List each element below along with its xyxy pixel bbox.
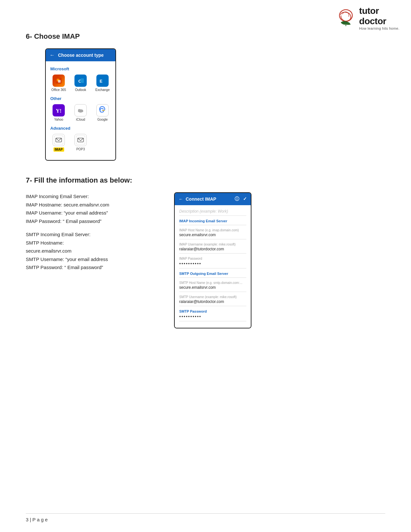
step7-heading: 7- Fill the information as below: — [26, 176, 385, 185]
imap-password-label: IMAP Password — [179, 257, 246, 260]
connect-title: Connect IMAP — [186, 196, 216, 202]
svg-rect-15 — [78, 110, 83, 112]
smtp-username-field[interactable]: SMTP Username (example: mike.rosoft) ral… — [179, 295, 246, 306]
pop3-icon — [74, 134, 87, 146]
description-field: Description (example: Work) — [179, 209, 246, 216]
svg-text:E: E — [100, 79, 103, 84]
connect-imap-mockup: ← Connect IMAP ⓘ ✓ Description (example:… — [174, 192, 251, 328]
google-label: Google — [97, 118, 108, 121]
smtp-username-label: SMTP Username (example: mike.rosoft) — [179, 295, 246, 299]
imap-line2: IMAP Hostname: secure.emailsrvr.com — [26, 201, 161, 209]
imap-hostname-label: IMAP Host Name (e.g. imap.domain.com) — [179, 228, 246, 232]
imap-line3: IMAP Username: “your email address” — [26, 209, 161, 217]
smtp-line1: SMTP Incoming Email Server: — [26, 230, 161, 239]
step7-instructions: IMAP Incoming Email Server: IMAP Hostnam… — [26, 192, 161, 277]
smtp-instructions: SMTP Incoming Email Server: SMTP Hostnam… — [26, 230, 161, 272]
yahoo-icon: Y! — [53, 104, 65, 116]
phone-header-step6: ← Choose account type — [46, 49, 115, 61]
imap-section-field: IMAP Incoming Email Server — [179, 219, 246, 225]
smtp-hostname-field[interactable]: SMTP Host Name (e.g. smtp.domain.com:...… — [179, 281, 246, 292]
google-item[interactable]: G Google — [94, 104, 111, 121]
smtp-line2: SMTP Hostname: — [26, 239, 161, 247]
advanced-icons: IMAP POP3 — [50, 134, 111, 152]
exchange-label: Exchange — [95, 88, 110, 92]
imap-item[interactable]: IMAP — [50, 134, 67, 152]
smtp-line5: SMTP Password: “ Email password” — [26, 263, 161, 272]
imap-hostname-field[interactable]: IMAP Host Name (e.g. imap.domain.com) se… — [179, 228, 246, 239]
phone-body-step6: Microsoft Office 365 — [46, 61, 115, 160]
imap-username-value: ralaraiar@tutordoctor.com — [179, 247, 246, 251]
phone-mockup-step6: ← Choose account type Microsoft — [45, 48, 116, 161]
pop3-item[interactable]: POP3 — [72, 134, 89, 152]
office365-item[interactable]: Office 365 — [50, 75, 67, 92]
pop3-label: POP3 — [76, 147, 85, 151]
svg-text:Y!: Y! — [56, 108, 62, 114]
smtp-section-field: SMTP Outgoing Email Server — [179, 272, 246, 278]
connect-header: ← Connect IMAP ⓘ ✓ — [175, 193, 251, 205]
smtp-password-value: •••••••••• — [179, 314, 246, 319]
page-number: 3 — [26, 517, 28, 522]
imap-password-field[interactable]: IMAP Password •••••••••• — [179, 257, 246, 268]
yahoo-label: Yahoo — [54, 118, 63, 121]
logo-tagline: How learning hits home. — [359, 26, 399, 31]
header-actions: ⓘ ✓ — [235, 196, 247, 202]
connect-body: Description (example: Work) IMAP Incomin… — [175, 205, 251, 328]
logo-doctor: doctor — [359, 16, 399, 26]
step6-section: 6- Choose IMAP ← Choose account type Mic… — [26, 32, 385, 161]
logo-tutor: tutor — [359, 6, 399, 16]
connect-back-arrow[interactable]: ← — [179, 196, 183, 202]
smtp-hostname-label: SMTP Host Name (e.g. smtp.domain.com:... — [179, 281, 246, 285]
logo-icon — [336, 8, 356, 28]
imap-section-label: IMAP Incoming Email Server — [179, 219, 246, 223]
svg-rect-21 — [76, 136, 85, 145]
svg-rect-3 — [58, 80, 61, 83]
outlook-item[interactable]: O Outlook — [72, 75, 89, 92]
smtp-line4: SMTP Username: “your email address — [26, 255, 161, 264]
imap-username-field[interactable]: IMAP Username (example: mike.rosoft) ral… — [179, 243, 246, 254]
imap-line4: IMAP Password: “ Email password” — [26, 217, 161, 226]
outlook-label: Outlook — [75, 88, 86, 92]
advanced-label: Advanced — [50, 126, 111, 131]
smtp-hostname-value: secure.emailsrvr.com — [179, 285, 246, 290]
smtp-username-value: ralaraiar@tutordoctor.com — [179, 299, 246, 304]
imap-username-label: IMAP Username (example: mike.rosoft) — [179, 243, 246, 246]
exchange-item[interactable]: E Exchange — [94, 75, 111, 92]
description-placeholder: Description (example: Work) — [179, 209, 246, 214]
icloud-icon — [74, 104, 87, 116]
smtp-section-label: SMTP Outgoing Email Server — [179, 272, 246, 276]
other-label: Other — [50, 96, 111, 101]
imap-password-value: •••••••••• — [179, 261, 246, 266]
svg-rect-19 — [54, 136, 63, 145]
smtp-password-field[interactable]: SMTP Password •••••••••• — [179, 309, 246, 321]
smtp-password-label: SMTP Password — [179, 309, 246, 313]
yahoo-item[interactable]: Y! Yahoo — [50, 104, 67, 121]
microsoft-icons: Office 365 O Outlook — [50, 75, 111, 92]
google-icon: G — [96, 104, 109, 116]
check-icon[interactable]: ✓ — [243, 196, 247, 202]
imap-line1: IMAP Incoming Email Server: — [26, 192, 161, 201]
microsoft-label: Microsoft — [50, 66, 111, 71]
imap-hostname-value: secure.emailsrvr.com — [179, 233, 246, 237]
step7-container: IMAP Incoming Email Server: IMAP Hostnam… — [26, 192, 385, 328]
smtp-line3: secure.emailsrvr.com — [26, 247, 161, 255]
office365-icon — [53, 75, 65, 87]
phone-header-title: Choose account type — [58, 53, 104, 58]
svg-rect-6 — [81, 78, 84, 83]
icloud-label: iCloud — [76, 118, 85, 121]
info-icon[interactable]: ⓘ — [235, 196, 239, 202]
other-icons: Y! Yahoo — [50, 104, 111, 121]
logo-area: tutor doctor How learning hits home. — [336, 6, 399, 31]
imap-icon — [53, 134, 65, 146]
logo-text: tutor doctor How learning hits home. — [359, 6, 399, 31]
step7-section: 7- Fill the information as below: IMAP I… — [26, 176, 385, 328]
exchange-icon: E — [96, 75, 109, 87]
imap-label: IMAP — [54, 147, 64, 152]
outlook-icon: O — [74, 75, 87, 87]
page-label: | P a g e — [30, 517, 48, 522]
step6-heading: 6- Choose IMAP — [26, 32, 385, 41]
page-footer: 3 | P a g e — [26, 513, 385, 522]
office365-label: Office 365 — [51, 88, 66, 92]
imap-instructions: IMAP Incoming Email Server: IMAP Hostnam… — [26, 192, 161, 225]
back-arrow-icon[interactable]: ← — [50, 52, 55, 58]
icloud-item[interactable]: iCloud — [72, 104, 89, 121]
